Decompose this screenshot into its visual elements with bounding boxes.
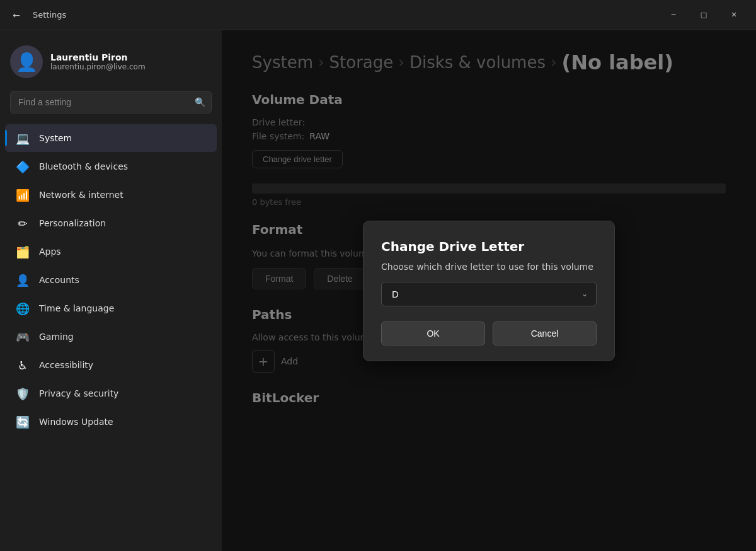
user-name: Laurentiu Piron: [50, 52, 146, 62]
back-button[interactable]: ←: [8, 6, 25, 24]
privacy-icon: 🛡️: [15, 386, 30, 401]
maximize-button[interactable]: □: [689, 5, 718, 25]
system-icon: 💻: [15, 130, 30, 146]
cancel-button[interactable]: Cancel: [493, 322, 597, 345]
accounts-icon: 👤: [15, 272, 30, 287]
user-profile[interactable]: 👤 Laurentiu Piron laurentiu.piron@live.c…: [0, 40, 222, 91]
avatar: 👤: [10, 45, 43, 78]
modal-title: Change Drive Letter: [381, 239, 597, 254]
apps-icon: 🗂️: [15, 244, 30, 259]
drive-letter-select[interactable]: ABCDEFGHIJKLMNOPQRSTUVWXYZ: [381, 282, 597, 306]
bluetooth-icon: 🔷: [15, 159, 30, 174]
search-box: 🔍: [10, 91, 212, 113]
sidebar-item-accessibility[interactable]: ♿ Accessibility: [5, 351, 217, 379]
sidebar-item-personalization[interactable]: ✏️ Personalization: [5, 209, 217, 237]
sidebar-item-accounts[interactable]: 👤 Accounts: [5, 266, 217, 294]
sidebar-item-bluetooth[interactable]: 🔷 Bluetooth & devices: [5, 153, 217, 180]
main-content: System › Storage › Disks & volumes › (No…: [222, 30, 756, 551]
time-icon: 🌐: [15, 301, 30, 316]
sidebar-label-gaming: Gaming: [39, 332, 74, 342]
app-title: Settings: [33, 10, 66, 20]
modal-description: Choose which drive letter to use for thi…: [381, 262, 597, 272]
sidebar-label-system: System: [39, 133, 72, 143]
maximize-icon: □: [701, 11, 707, 19]
sidebar-item-network[interactable]: 📶 Network & internet: [5, 181, 217, 209]
sidebar-label-windows-update: Windows Update: [39, 417, 113, 427]
sidebar-label-personalization: Personalization: [39, 218, 106, 228]
gaming-icon: 🎮: [15, 329, 30, 344]
sidebar-label-accounts: Accounts: [39, 275, 79, 285]
close-icon: ✕: [731, 11, 736, 19]
accessibility-icon: ♿: [15, 357, 30, 373]
windows-update-icon: 🔄: [15, 414, 30, 429]
personalization-icon: ✏️: [15, 216, 30, 231]
network-icon: 📶: [15, 187, 30, 202]
sidebar-label-network: Network & internet: [39, 190, 123, 200]
sidebar-label-time: Time & language: [39, 303, 114, 313]
user-info: Laurentiu Piron laurentiu.piron@live.com: [50, 52, 146, 71]
titlebar-left: ← Settings: [8, 6, 66, 24]
close-button[interactable]: ✕: [719, 5, 748, 25]
search-icon: 🔍: [195, 97, 205, 107]
modal-overlay: Change Drive Letter Choose which drive l…: [222, 30, 756, 551]
minimize-button[interactable]: ─: [659, 5, 688, 25]
sidebar-item-time[interactable]: 🌐 Time & language: [5, 294, 217, 322]
sidebar-label-bluetooth: Bluetooth & devices: [39, 161, 128, 171]
sidebar-label-accessibility: Accessibility: [39, 360, 93, 370]
window-controls: ─ □ ✕: [659, 5, 748, 25]
back-icon: ←: [13, 10, 20, 20]
search-input[interactable]: [10, 91, 212, 113]
modal-dialog: Change Drive Letter Choose which drive l…: [363, 221, 615, 361]
nav-list: 💻 System 🔷 Bluetooth & devices 📶 Network…: [0, 124, 222, 436]
ok-button[interactable]: OK: [381, 322, 485, 345]
sidebar-item-apps[interactable]: 🗂️ Apps: [5, 238, 217, 265]
app-layout: 👤 Laurentiu Piron laurentiu.piron@live.c…: [0, 30, 756, 551]
sidebar-item-privacy[interactable]: 🛡️ Privacy & security: [5, 380, 217, 407]
user-email: laurentiu.piron@live.com: [50, 62, 146, 71]
sidebar-item-gaming[interactable]: 🎮 Gaming: [5, 323, 217, 351]
sidebar: 👤 Laurentiu Piron laurentiu.piron@live.c…: [0, 30, 222, 551]
minimize-icon: ─: [672, 11, 676, 19]
sidebar-item-windows-update[interactable]: 🔄 Windows Update: [5, 408, 217, 436]
titlebar: ← Settings ─ □ ✕: [0, 0, 756, 30]
sidebar-label-privacy: Privacy & security: [39, 388, 118, 398]
modal-buttons: OK Cancel: [381, 322, 597, 345]
sidebar-label-apps: Apps: [39, 246, 61, 257]
modal-select-wrap: ABCDEFGHIJKLMNOPQRSTUVWXYZ ⌄: [381, 282, 597, 306]
sidebar-item-system[interactable]: 💻 System: [5, 124, 217, 152]
